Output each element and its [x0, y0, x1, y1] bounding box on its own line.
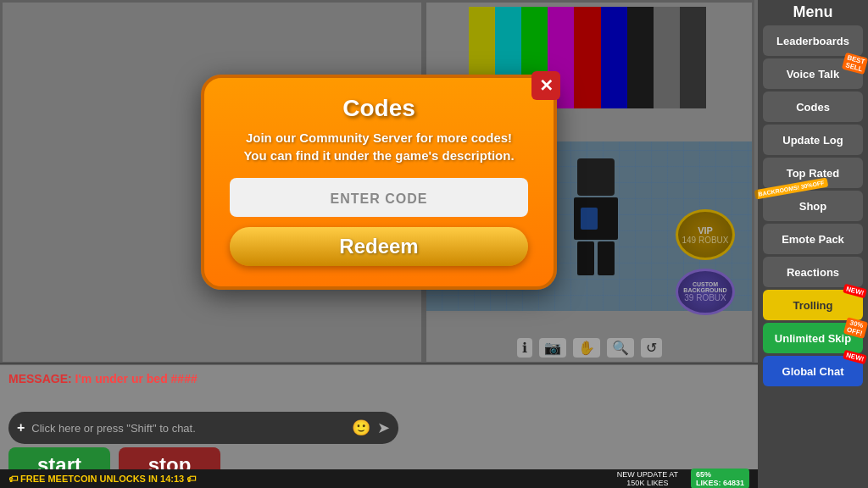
chat-input-bar[interactable]: + Click here or press "Shift" to chat. 🙂…: [8, 412, 398, 444]
message-content: I'm under ur bed ####: [75, 372, 198, 385]
likes-badge: 65%LIKES: 64831: [691, 469, 749, 488]
code-input[interactable]: [230, 178, 528, 217]
free-meetcoin-text: 🏷 FREE MEETCOIN UNLOCKS IN 14:13 🏷: [8, 474, 196, 484]
message-line: MESSAGE: I'm under ur bed ####: [8, 372, 198, 385]
codes-modal: ✕ Codes Join our Community Server for mo…: [201, 75, 557, 290]
codes-button[interactable]: Codes: [763, 92, 863, 122]
voice-talk-button[interactable]: Voice Talk BESTSELL: [763, 58, 863, 89]
trolling-badge: NEW!: [843, 284, 867, 299]
send-button[interactable]: ➤: [377, 419, 390, 437]
modal-subtitle: Join our Community Server for more codes…: [230, 129, 528, 164]
leaderboards-button[interactable]: Leaderboards: [763, 25, 863, 56]
trolling-button[interactable]: Trolling NEW!: [763, 290, 863, 320]
game-area: VIP 149 ROBUX CUSTOMBACKGROUND 39 ROBUX …: [0, 0, 868, 488]
status-bar: 🏷 FREE MEETCOIN UNLOCKS IN 14:13 🏷 NEW U…: [0, 469, 758, 488]
chat-plus-icon: +: [17, 420, 25, 435]
chat-placeholder: Click here or press "Shift" to chat.: [31, 422, 345, 435]
bottom-area: MESSAGE: I'm under ur bed #### + Click h…: [0, 363, 758, 488]
voice-talk-badge: BESTSELL: [842, 53, 868, 75]
global-chat-badge: NEW!: [843, 350, 867, 365]
shop-button[interactable]: BACKROOMS! 30%OFF Shop: [763, 191, 863, 221]
modal-overlay: ✕ Codes Join our Community Server for mo…: [0, 0, 758, 364]
update-log-button[interactable]: Update Log: [763, 125, 863, 155]
sidebar: Menu Leaderboards Voice Talk BESTSELL Co…: [758, 0, 868, 488]
status-right: NEW UPDATE AT150K LIKES 65%LIKES: 64831: [617, 469, 749, 488]
close-button[interactable]: ✕: [531, 71, 560, 100]
menu-title: Menu: [793, 3, 833, 21]
global-chat-button[interactable]: Global Chat NEW!: [763, 356, 863, 386]
redeem-button[interactable]: Redeem: [230, 227, 528, 266]
new-update-text: NEW UPDATE AT150K LIKES: [617, 470, 678, 487]
emoji-button[interactable]: 🙂: [352, 419, 370, 437]
unlimited-skip-button[interactable]: Unlimited Skip 30%OFF!: [763, 323, 863, 353]
reactions-button[interactable]: Reactions: [763, 257, 863, 287]
modal-title: Codes: [230, 95, 528, 122]
emote-pack-button[interactable]: Emote Pack: [763, 224, 863, 254]
message-label: MESSAGE:: [8, 372, 72, 385]
